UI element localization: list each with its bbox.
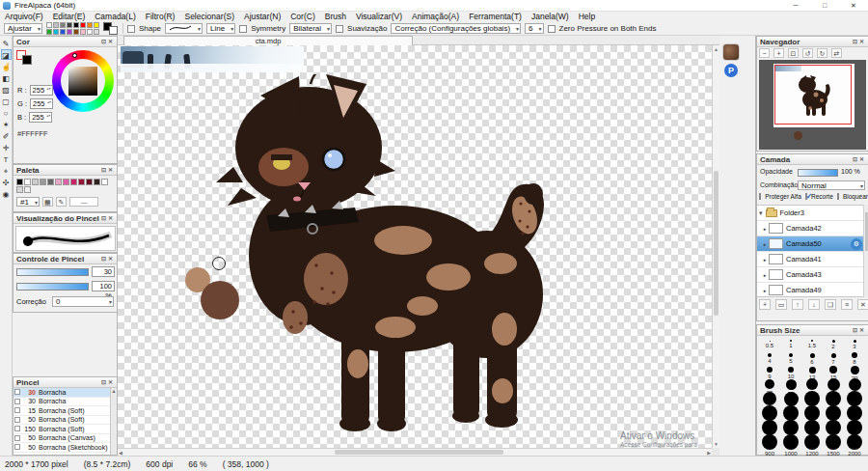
- red-field[interactable]: 255: [30, 85, 53, 96]
- brush-opacity-slider[interactable]: [16, 283, 89, 291]
- palette-swatch-6[interactable]: [63, 179, 69, 185]
- menu-item-brush[interactable]: Brush: [320, 12, 351, 22]
- panel-close-icon[interactable]: ✕: [859, 156, 866, 162]
- shape-checkbox[interactable]: [127, 25, 135, 33]
- p-badge-icon[interactable]: P: [724, 64, 738, 77]
- stabilizer-value-dropdown[interactable]: 6: [525, 23, 543, 34]
- palette-swatch-2[interactable]: [32, 179, 39, 185]
- hand-tool-icon[interactable]: ✣: [1, 177, 12, 187]
- quick-color-swatch-4[interactable]: [73, 22, 79, 28]
- palette-swatch-12[interactable]: [16, 186, 23, 193]
- eraser-tool-icon[interactable]: ◪: [1, 49, 12, 60]
- protect-alpha-checkbox[interactable]: [759, 193, 761, 200]
- bucket-tool-icon[interactable]: ◧: [1, 72, 12, 83]
- zero-pressure-checkbox[interactable]: [548, 25, 556, 33]
- layer-opacity-slider[interactable]: [798, 169, 838, 177]
- scroll-up-icon[interactable]: ▲: [112, 388, 117, 394]
- quick-color-swatch-3[interactable]: [67, 22, 72, 28]
- panel-close-icon[interactable]: ✕: [108, 215, 115, 221]
- brush-visible-checkbox[interactable]: [14, 417, 20, 423]
- panel-title-icons[interactable]: ⊡✕: [853, 325, 866, 336]
- brush-row-1[interactable]: 30Borracha: [14, 398, 112, 407]
- canvas-tab[interactable]: cta.mdp: [123, 36, 413, 45]
- brush-size-900[interactable]: 900: [759, 438, 780, 453]
- maximize-button[interactable]: □: [810, 0, 839, 12]
- color-picker-cursor[interactable]: [72, 53, 77, 58]
- brush-row-0[interactable]: 30Borracha: [14, 388, 112, 398]
- brush-size-1500[interactable]: 1500: [823, 438, 844, 453]
- navigator-viewport-rect[interactable]: [774, 65, 852, 125]
- symmetry-checkbox[interactable]: [239, 25, 247, 33]
- brush-row-2[interactable]: 15Borracha (Soft): [14, 406, 112, 416]
- vertical-scroll-thumb[interactable]: [714, 171, 719, 316]
- brush-size-0-5[interactable]: 0.5: [759, 337, 780, 351]
- panel-title-icons[interactable]: ⊡✕: [101, 37, 115, 47]
- menu-item-janela-w[interactable]: Janela(W): [527, 12, 574, 22]
- new-folder-icon[interactable]: ▭: [775, 299, 787, 310]
- canvas-vertical-scrollbar[interactable]: ▲ ▼: [712, 45, 719, 448]
- brush-size-6[interactable]: 6: [801, 351, 823, 366]
- palette-swatch-4[interactable]: [47, 179, 54, 185]
- brush-visible-checkbox[interactable]: [14, 444, 20, 450]
- layer-row-camada42[interactable]: ●Camada42: [757, 221, 864, 236]
- brush-size-1200[interactable]: 1200: [801, 438, 823, 453]
- palette-swatch-11[interactable]: [101, 179, 108, 185]
- palette-swatch-1[interactable]: [24, 179, 31, 185]
- palette-swatch-7[interactable]: [70, 179, 77, 185]
- panel-dock-icon[interactable]: ⊡: [853, 327, 859, 333]
- menu-item-camada-l[interactable]: Camada(L): [90, 12, 141, 22]
- canvas-horizontal-scrollbar[interactable]: ◀ ▶: [118, 448, 712, 456]
- zoom-tool-icon[interactable]: ◉: [1, 188, 12, 199]
- panel-dock-icon[interactable]: ⊡: [853, 39, 859, 44]
- brush-row-3[interactable]: 50Borracha (Soft): [14, 416, 112, 426]
- menu-item-ferramenta-t[interactable]: Ferramenta(T): [464, 12, 527, 22]
- palette-swatch-9[interactable]: [86, 179, 93, 185]
- scroll-up-icon[interactable]: ▲: [714, 45, 719, 53]
- minimize-button[interactable]: ─: [781, 0, 810, 12]
- canvas-viewport[interactable]: Ativar o Windows Acesse Configurações pa…: [118, 45, 712, 448]
- menu-item-visualizar-v[interactable]: Visualizar(V): [351, 12, 407, 22]
- close-button[interactable]: ✕: [839, 0, 868, 12]
- palette-grid-icon[interactable]: ▦: [42, 197, 53, 207]
- hex-value[interactable]: #FFFFFF: [17, 129, 48, 138]
- quick-color-swatch-15[interactable]: [94, 29, 99, 35]
- quick-color-swatch-7[interactable]: [94, 22, 99, 28]
- color-wheel[interactable]: [52, 50, 114, 112]
- layer-visible-icon[interactable]: ●: [763, 241, 766, 247]
- panel-title-icons[interactable]: ⊡✕: [853, 37, 866, 47]
- brush-visible-checkbox[interactable]: [14, 426, 20, 431]
- menu-item-arquivo-f[interactable]: Arquivo(F): [0, 12, 48, 22]
- panel-title-icons[interactable]: ⊡✕: [101, 377, 115, 388]
- blend-mode-dropdown[interactable]: Normal: [798, 180, 865, 190]
- layer-list-scrollbar[interactable]: [863, 205, 868, 297]
- brush-size-5[interactable]: 5: [780, 351, 801, 366]
- quick-color-swatch-0[interactable]: [46, 22, 52, 28]
- brush-size-4[interactable]: 4: [759, 351, 780, 366]
- quick-color-swatch-10[interactable]: [60, 29, 66, 35]
- menu-item-selecionar-s[interactable]: Selecionar(S): [179, 12, 239, 22]
- brush-visible-checkbox[interactable]: [14, 399, 20, 404]
- menu-item-anima-o-a[interactable]: Animação(A): [407, 12, 464, 22]
- panel-close-icon[interactable]: ✕: [108, 256, 115, 262]
- panel-dock-icon[interactable]: ⊡: [101, 379, 108, 385]
- palette-swatch-3[interactable]: [40, 179, 46, 185]
- scroll-down-icon[interactable]: ▼: [714, 440, 719, 448]
- brush-visible-checkbox[interactable]: [14, 389, 20, 395]
- zoom-out-icon[interactable]: −: [759, 48, 770, 58]
- panel-dock-icon[interactable]: ⊡: [101, 39, 108, 44]
- actual-size-icon[interactable]: ⊡: [788, 48, 799, 58]
- quick-color-swatch-13[interactable]: [80, 29, 86, 35]
- menu-item-help[interactable]: Help: [574, 12, 600, 22]
- brush-visible-checkbox[interactable]: [14, 435, 20, 441]
- blue-field[interactable]: 255: [29, 112, 52, 123]
- brush-size-slider[interactable]: [16, 268, 89, 276]
- quick-color-swatch-5[interactable]: [80, 22, 86, 28]
- quick-color-swatch-11[interactable]: [67, 29, 72, 35]
- palette-select-dropdown[interactable]: #1: [16, 197, 40, 207]
- correction-dropdown[interactable]: 0: [52, 296, 114, 307]
- shape-value-dropdown[interactable]: Line: [206, 23, 235, 34]
- panel-dock-icon[interactable]: ⊡: [853, 156, 859, 162]
- brush-size-7[interactable]: 7: [823, 351, 844, 366]
- stabilizer-dropdown[interactable]: Correção (Configurações globais): [391, 23, 521, 34]
- quick-color-swatch-9[interactable]: [53, 29, 59, 35]
